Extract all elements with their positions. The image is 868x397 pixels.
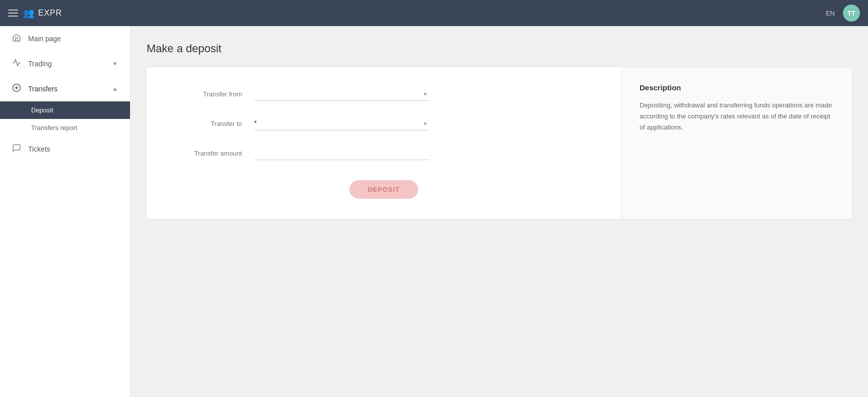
transfers-icon — [12, 83, 21, 94]
topbar-right: EN TT — [826, 5, 860, 22]
chevron-down-icon: ▼ — [112, 60, 118, 67]
sidebar-item-tickets[interactable]: Tickets — [0, 137, 130, 162]
deposit-card: Transfer from ▼ Transfer to * ▼ — [147, 67, 852, 219]
sidebar-item-transfers-report[interactable]: Transfers report — [0, 119, 130, 137]
transfer-amount-wrap — [254, 147, 430, 160]
tickets-icon — [12, 144, 21, 155]
logo-area: 👥 EXPR — [23, 8, 62, 19]
sidebar-item-main-page[interactable]: Main page — [0, 26, 130, 51]
form-actions: DEPOSIT — [177, 176, 591, 199]
sidebar: Main page Trading ▼ Transfers ▲ Deposit … — [0, 26, 131, 397]
hamburger-menu-button[interactable] — [8, 10, 18, 17]
app-layout: Main page Trading ▼ Transfers ▲ Deposit … — [0, 26, 868, 397]
user-avatar[interactable]: TT — [843, 5, 860, 22]
description-title: Description — [640, 83, 834, 92]
sidebar-item-transfers[interactable]: Transfers ▲ — [0, 76, 130, 101]
page-title: Make a deposit — [147, 42, 852, 55]
main-content: Make a deposit Transfer from ▼ Transfer … — [131, 26, 868, 397]
topbar: 👥 EXPR EN TT — [0, 0, 868, 26]
logo-text: EXPR — [38, 9, 62, 18]
description-text: Depositing, withdrawal and transferring … — [640, 100, 834, 133]
sidebar-item-label: Trading — [28, 60, 52, 68]
transfer-from-wrap: ▼ — [254, 87, 430, 101]
sidebar-item-label: Main page — [28, 35, 61, 43]
home-icon — [12, 33, 21, 44]
transfer-from-select[interactable] — [254, 87, 430, 101]
transfer-to-select[interactable]: * — [254, 117, 430, 130]
deposit-label: Deposit — [31, 106, 53, 114]
language-selector[interactable]: EN — [826, 10, 835, 17]
transfers-submenu: Deposit Transfers report — [0, 101, 130, 137]
sidebar-item-deposit[interactable]: Deposit — [0, 101, 130, 119]
trading-icon — [12, 58, 21, 69]
transfer-from-label: Transfer from — [177, 90, 242, 101]
sidebar-item-label: Transfers — [28, 85, 58, 93]
deposit-form: Transfer from ▼ Transfer to * ▼ — [147, 67, 621, 219]
transfers-report-label: Transfers report — [31, 124, 77, 131]
transfer-to-row: Transfer to * ▼ — [177, 117, 591, 130]
transfer-amount-row: Transfer amount — [177, 147, 591, 160]
logo-icon: 👥 — [23, 8, 34, 19]
transfer-amount-label: Transfer amount — [177, 150, 242, 160]
transfer-to-label: Transfer to — [177, 120, 242, 130]
deposit-button[interactable]: DEPOSIT — [349, 180, 418, 199]
topbar-left: 👥 EXPR — [8, 8, 62, 19]
sidebar-item-trading[interactable]: Trading ▼ — [0, 51, 130, 76]
transfer-from-row: Transfer from ▼ — [177, 87, 591, 101]
transfer-amount-input[interactable] — [254, 147, 430, 160]
chevron-up-icon: ▲ — [112, 85, 118, 92]
description-panel: Description Depositing, withdrawal and t… — [621, 67, 852, 219]
transfer-to-wrap: * ▼ — [254, 117, 430, 130]
sidebar-item-label: Tickets — [28, 145, 50, 153]
